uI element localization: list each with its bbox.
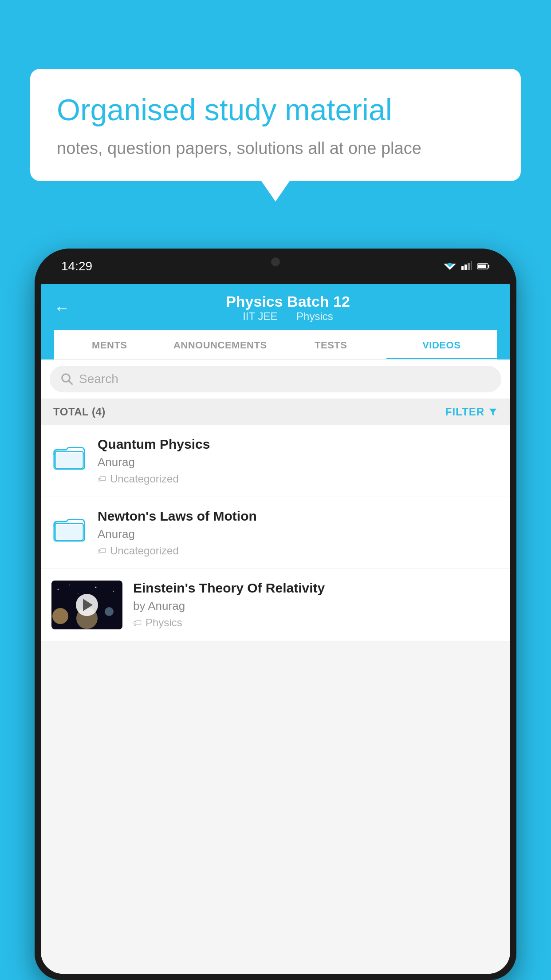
phone-screen: ← Physics Batch 12 IIT JEE Physics MENTS…	[41, 284, 510, 974]
content-area: Search TOTAL (4) FILTER	[41, 360, 510, 974]
battery-icon	[477, 260, 490, 273]
folder-icon	[53, 441, 85, 473]
video-title: Einstein's Theory Of Relativity	[133, 581, 500, 596]
header-title-block: Physics Batch 12 IIT JEE Physics	[79, 293, 497, 323]
svg-point-22	[105, 607, 114, 616]
tab-videos[interactable]: VIDEOS	[386, 330, 497, 359]
total-count: TOTAL (4)	[53, 406, 106, 418]
subject-tag-iit: IIT JEE	[243, 310, 277, 322]
batch-title: Physics Batch 12	[79, 293, 497, 310]
svg-rect-18	[56, 525, 82, 539]
speech-bubble-subtitle: notes, question papers, solutions all at…	[57, 139, 494, 158]
video-title: Newton's Laws of Motion	[98, 509, 500, 524]
video-author: by Anurag	[133, 599, 500, 613]
app-header: ← Physics Batch 12 IIT JEE Physics MENTS…	[41, 284, 510, 360]
play-button[interactable]	[76, 594, 98, 616]
video-info: Newton's Laws of Motion Anurag 🏷 Uncateg…	[98, 509, 500, 557]
svg-line-11	[69, 381, 73, 385]
subject-tag-physics: Physics	[296, 310, 333, 322]
search-bar[interactable]: Search	[50, 366, 501, 392]
video-list: Quantum Physics Anurag 🏷 Uncategorized	[41, 425, 510, 641]
video-tag: 🏷 Uncategorized	[98, 473, 500, 485]
tag-label: Uncategorized	[110, 545, 179, 557]
video-tag: 🏷 Physics	[133, 616, 500, 629]
tag-label: Uncategorized	[110, 473, 179, 485]
video-info: Einstein's Theory Of Relativity by Anura…	[133, 581, 500, 629]
svg-point-27	[78, 593, 79, 594]
video-title: Quantum Physics	[98, 437, 500, 452]
folder-icon	[53, 513, 85, 545]
svg-rect-5	[468, 263, 470, 270]
folder-icon-wrapper	[51, 509, 87, 549]
speech-bubble-title: Organised study material	[57, 92, 494, 128]
search-placeholder: Search	[79, 372, 118, 386]
list-item[interactable]: Einstein's Theory Of Relativity by Anura…	[41, 569, 510, 641]
signal-icon	[461, 260, 472, 273]
wifi-icon	[444, 260, 456, 273]
tag-icon: 🏷	[98, 546, 106, 556]
svg-rect-15	[56, 453, 82, 467]
folder-icon-wrapper	[51, 437, 87, 477]
svg-point-20	[52, 608, 68, 624]
video-tag: 🏷 Uncategorized	[98, 545, 500, 557]
svg-marker-12	[489, 409, 497, 416]
svg-point-23	[58, 589, 59, 590]
status-icons	[444, 260, 490, 273]
svg-point-24	[69, 585, 70, 585]
search-bar-wrapper: Search	[41, 360, 510, 399]
filter-button[interactable]: FILTER	[445, 406, 498, 418]
play-icon	[83, 599, 93, 611]
speech-bubble-container: Organised study material notes, question…	[30, 69, 521, 181]
phone-notch	[231, 249, 320, 275]
status-time: 14:29	[61, 259, 92, 273]
app-header-top: ← Physics Batch 12 IIT JEE Physics	[54, 293, 497, 330]
video-author: Anurag	[98, 455, 500, 469]
batch-subtitle: IIT JEE Physics	[79, 310, 497, 323]
svg-rect-6	[471, 261, 472, 270]
video-thumbnail	[51, 581, 122, 629]
svg-rect-8	[488, 265, 489, 268]
tag-icon: 🏷	[133, 618, 142, 628]
filter-bar: TOTAL (4) FILTER	[41, 399, 510, 425]
list-item[interactable]: Newton's Laws of Motion Anurag 🏷 Uncateg…	[41, 497, 510, 569]
video-author: Anurag	[98, 527, 500, 541]
tab-announcements[interactable]: ANNOUNCEMENTS	[165, 330, 276, 359]
list-item[interactable]: Quantum Physics Anurag 🏷 Uncategorized	[41, 425, 510, 497]
svg-rect-4	[464, 265, 467, 270]
phone-frame: 14:29	[35, 249, 516, 980]
tab-ments[interactable]: MENTS	[54, 330, 165, 359]
tabs-bar: MENTS ANNOUNCEMENTS TESTS VIDEOS	[54, 330, 497, 360]
filter-label: FILTER	[445, 406, 484, 418]
filter-icon	[488, 407, 498, 417]
search-icon	[60, 372, 74, 386]
svg-point-10	[62, 374, 70, 382]
tag-label: Physics	[146, 616, 182, 629]
svg-point-25	[95, 587, 97, 588]
svg-rect-9	[478, 265, 486, 268]
video-info: Quantum Physics Anurag 🏷 Uncategorized	[98, 437, 500, 485]
svg-point-26	[113, 591, 114, 592]
svg-rect-3	[461, 266, 464, 270]
tag-icon: 🏷	[98, 474, 106, 484]
status-bar: 14:29	[35, 249, 516, 284]
tab-tests[interactable]: TESTS	[276, 330, 386, 359]
back-button[interactable]: ←	[54, 299, 70, 317]
camera	[271, 257, 280, 266]
speech-bubble: Organised study material notes, question…	[30, 69, 521, 181]
